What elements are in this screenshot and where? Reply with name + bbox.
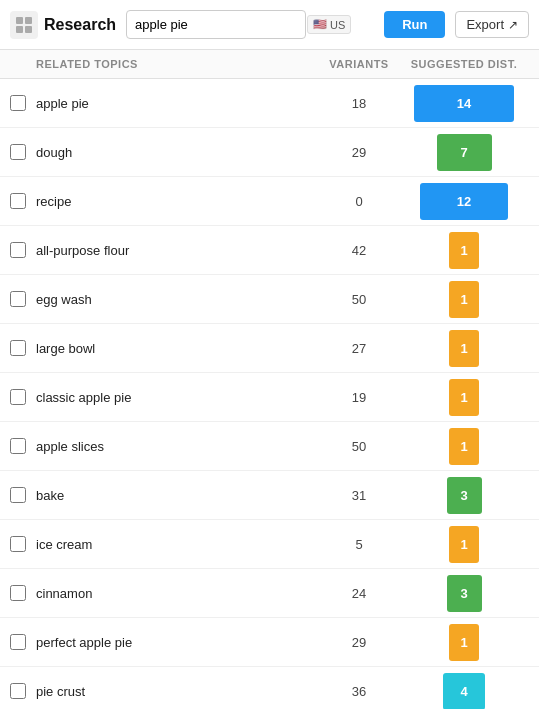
table-row: cinnamon 24 3 bbox=[0, 569, 539, 618]
row-checkbox[interactable] bbox=[10, 683, 26, 699]
svg-rect-1 bbox=[25, 17, 32, 24]
table-row: perfect apple pie 29 1 bbox=[0, 618, 539, 667]
app-logo-icon bbox=[10, 11, 38, 39]
dist-cell: 1 bbox=[399, 275, 529, 323]
logo-area: Research bbox=[10, 11, 116, 39]
run-button[interactable]: Run bbox=[384, 11, 445, 38]
row-checkbox[interactable] bbox=[10, 95, 26, 111]
svg-rect-3 bbox=[25, 26, 32, 33]
dist-cell: 1 bbox=[399, 520, 529, 568]
svg-rect-0 bbox=[16, 17, 23, 24]
row-checkbox[interactable] bbox=[10, 536, 26, 552]
variants-value: 29 bbox=[319, 145, 399, 160]
dist-cell: 3 bbox=[399, 471, 529, 519]
table-header: RELATED TOPICS VARIANTS SUGGESTED DIST. bbox=[0, 50, 539, 79]
row-checkbox[interactable] bbox=[10, 585, 26, 601]
dist-bar: 4 bbox=[443, 673, 485, 710]
table-row: apple slices 50 1 bbox=[0, 422, 539, 471]
dist-cell: 12 bbox=[399, 177, 529, 225]
variants-value: 5 bbox=[319, 537, 399, 552]
table-row: recipe 0 12 bbox=[0, 177, 539, 226]
variants-value: 0 bbox=[319, 194, 399, 209]
topic-label: large bowl bbox=[36, 341, 319, 356]
topic-label: all-purpose flour bbox=[36, 243, 319, 258]
variants-value: 36 bbox=[319, 684, 399, 699]
col-variants-header: VARIANTS bbox=[319, 58, 399, 70]
dist-bar: 7 bbox=[437, 134, 492, 171]
col-topic-header: RELATED TOPICS bbox=[36, 58, 319, 70]
dist-bar: 1 bbox=[449, 379, 479, 416]
dist-cell: 1 bbox=[399, 618, 529, 666]
topic-label: dough bbox=[36, 145, 319, 160]
row-checkbox[interactable] bbox=[10, 634, 26, 650]
table-row: classic apple pie 19 1 bbox=[0, 373, 539, 422]
row-checkbox[interactable] bbox=[10, 438, 26, 454]
variants-value: 50 bbox=[319, 439, 399, 454]
topic-label: recipe bbox=[36, 194, 319, 209]
dist-bar: 1 bbox=[449, 428, 479, 465]
table-row: apple pie 18 14 bbox=[0, 79, 539, 128]
variants-value: 42 bbox=[319, 243, 399, 258]
topic-label: apple slices bbox=[36, 439, 319, 454]
variants-value: 24 bbox=[319, 586, 399, 601]
dist-bar: 1 bbox=[449, 330, 479, 367]
table-row: bake 31 3 bbox=[0, 471, 539, 520]
topic-label: bake bbox=[36, 488, 319, 503]
svg-rect-2 bbox=[16, 26, 23, 33]
variants-value: 29 bbox=[319, 635, 399, 650]
col-dist-header: SUGGESTED DIST. bbox=[399, 58, 529, 70]
dist-cell: 3 bbox=[399, 569, 529, 617]
dist-bar: 3 bbox=[447, 477, 482, 514]
dist-bar: 12 bbox=[420, 183, 508, 220]
table-row: pie crust 36 4 bbox=[0, 667, 539, 709]
topic-label: apple pie bbox=[36, 96, 319, 111]
export-icon: ↗ bbox=[508, 18, 518, 32]
row-checkbox[interactable] bbox=[10, 389, 26, 405]
app-header: Research 🇺🇸 US Run Export ↗ bbox=[0, 0, 539, 50]
search-input[interactable] bbox=[135, 17, 303, 32]
variants-value: 27 bbox=[319, 341, 399, 356]
row-checkbox[interactable] bbox=[10, 340, 26, 356]
export-label: Export bbox=[466, 17, 504, 32]
table-body: apple pie 18 14 dough 29 7 recipe 0 12 a… bbox=[0, 79, 539, 709]
locale-badge: 🇺🇸 US bbox=[307, 15, 351, 34]
row-checkbox[interactable] bbox=[10, 291, 26, 307]
dist-bar: 1 bbox=[449, 281, 479, 318]
dist-cell: 1 bbox=[399, 226, 529, 274]
topic-label: cinnamon bbox=[36, 586, 319, 601]
locale-label: US bbox=[330, 19, 345, 31]
dist-bar: 1 bbox=[449, 232, 479, 269]
variants-value: 19 bbox=[319, 390, 399, 405]
topic-label: perfect apple pie bbox=[36, 635, 319, 650]
dist-cell: 4 bbox=[399, 667, 529, 709]
topic-label: egg wash bbox=[36, 292, 319, 307]
dist-cell: 1 bbox=[399, 422, 529, 470]
variants-value: 31 bbox=[319, 488, 399, 503]
row-checkbox[interactable] bbox=[10, 144, 26, 160]
table-row: egg wash 50 1 bbox=[0, 275, 539, 324]
row-checkbox[interactable] bbox=[10, 193, 26, 209]
dist-cell: 7 bbox=[399, 128, 529, 176]
dist-bar: 3 bbox=[447, 575, 482, 612]
variants-value: 50 bbox=[319, 292, 399, 307]
export-button[interactable]: Export ↗ bbox=[455, 11, 529, 38]
table-row: all-purpose flour 42 1 bbox=[0, 226, 539, 275]
dist-bar: 1 bbox=[449, 526, 479, 563]
app-title: Research bbox=[44, 16, 116, 34]
flag-icon: 🇺🇸 bbox=[313, 18, 327, 31]
row-checkbox[interactable] bbox=[10, 242, 26, 258]
table-row: ice cream 5 1 bbox=[0, 520, 539, 569]
dist-bar: 14 bbox=[414, 85, 514, 122]
dist-bar: 1 bbox=[449, 624, 479, 661]
dist-cell: 14 bbox=[399, 79, 529, 127]
row-checkbox[interactable] bbox=[10, 487, 26, 503]
topic-label: ice cream bbox=[36, 537, 319, 552]
variants-value: 18 bbox=[319, 96, 399, 111]
table-row: dough 29 7 bbox=[0, 128, 539, 177]
topic-label: classic apple pie bbox=[36, 390, 319, 405]
dist-cell: 1 bbox=[399, 324, 529, 372]
dist-cell: 1 bbox=[399, 373, 529, 421]
table-row: large bowl 27 1 bbox=[0, 324, 539, 373]
search-box[interactable]: 🇺🇸 US bbox=[126, 10, 306, 39]
topic-label: pie crust bbox=[36, 684, 319, 699]
